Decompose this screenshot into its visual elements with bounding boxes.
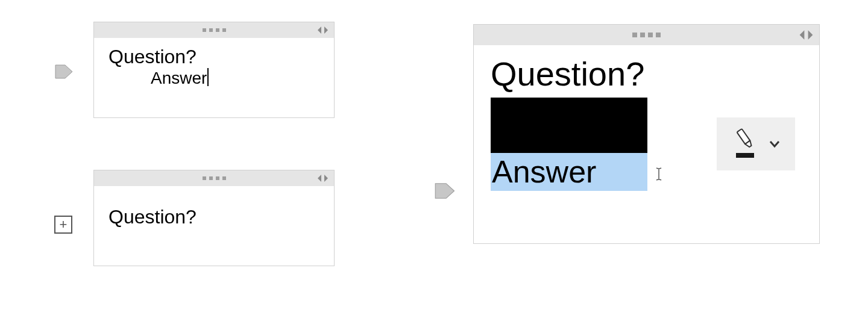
ibeam-cursor-icon [655, 167, 663, 185]
nav-arrows [316, 174, 329, 182]
nav-arrows [316, 26, 329, 34]
svg-marker-1 [324, 26, 328, 34]
question-text[interactable]: Question? [491, 54, 802, 94]
panel-header[interactable] [474, 25, 819, 45]
outline-panel-bottom: Question? [93, 170, 335, 266]
question-text[interactable]: Question? [108, 45, 319, 68]
svg-marker-6 [808, 30, 813, 39]
detail-panel: Question? Answer [473, 24, 820, 244]
expand-icon[interactable]: + [54, 216, 72, 234]
svg-marker-2 [55, 65, 72, 78]
answer-text-value: Answer [151, 69, 207, 87]
panel-header[interactable] [94, 22, 334, 38]
panel-body[interactable]: Question? [94, 186, 334, 240]
panel-body[interactable]: Question? Answer [474, 45, 819, 203]
question-text[interactable]: Question? [108, 205, 319, 228]
plus-glyph: + [60, 218, 68, 231]
answer-highlight[interactable]: Answer [491, 153, 647, 190]
occluder-block[interactable] [491, 98, 647, 153]
text-caret-icon [207, 68, 209, 86]
nav-right-icon[interactable] [323, 174, 329, 182]
svg-marker-3 [318, 175, 321, 182]
nav-left-icon[interactable] [798, 30, 806, 40]
chevron-down-icon[interactable] [767, 137, 782, 151]
svg-marker-4 [324, 175, 328, 182]
svg-marker-0 [318, 26, 321, 34]
pointer-tag-icon [434, 181, 457, 204]
panel-body[interactable]: Question? Answer [94, 38, 334, 100]
nav-left-icon[interactable] [316, 174, 322, 182]
nav-left-icon[interactable] [316, 26, 322, 34]
highlighter-tool[interactable] [717, 117, 795, 170]
svg-marker-10 [435, 184, 454, 199]
svg-marker-5 [800, 30, 805, 39]
nav-right-icon[interactable] [323, 26, 329, 34]
highlighter-icon [730, 128, 760, 160]
pointer-tag-icon [54, 63, 75, 83]
nav-arrows [798, 30, 814, 40]
nav-right-icon[interactable] [807, 30, 814, 40]
drag-handle-icon[interactable] [203, 176, 226, 180]
outline-panel-top: Question? Answer [93, 22, 335, 118]
drag-handle-icon[interactable] [203, 28, 226, 32]
svg-rect-9 [736, 153, 754, 158]
panel-header[interactable] [94, 170, 334, 186]
drag-handle-icon[interactable] [632, 33, 661, 37]
answer-text[interactable]: Answer [108, 68, 319, 88]
